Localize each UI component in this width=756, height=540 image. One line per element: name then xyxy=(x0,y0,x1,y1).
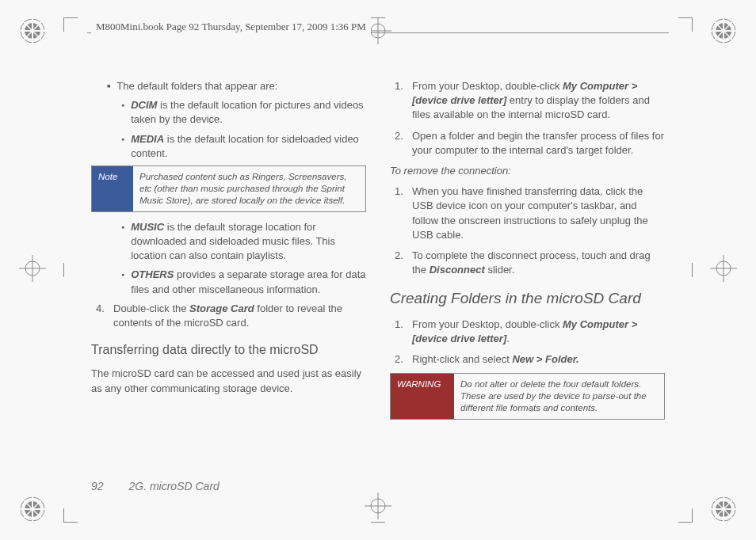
others-label: OTHERS xyxy=(131,268,174,280)
column-right: 1. From your Desktop, double-click My Co… xyxy=(390,79,665,477)
create-2-b: New > Folder. xyxy=(512,353,578,365)
step-1: 1. From your Desktop, double-click My Co… xyxy=(395,79,665,123)
warning-body: Do not alter or delete the four default … xyxy=(454,374,664,419)
media-text: is the default location for sideloaded v… xyxy=(131,133,359,159)
others-item: OTHERS provides a separate storage area … xyxy=(121,268,366,296)
remove-1-text: When you have finished transferring data… xyxy=(412,184,665,242)
step-2-text: Open a folder and begin the transfer pro… xyxy=(412,129,665,158)
document-header: M800Mini.book Page 92 Thursday, Septembe… xyxy=(91,21,371,33)
intro-bullet: The default folders that appear are: xyxy=(107,79,366,93)
create-1-number: 1. xyxy=(395,318,412,346)
create-1-a: From your Desktop, double-click xyxy=(412,318,563,330)
step-4-bold: Storage Card xyxy=(189,302,254,314)
heading-creating-folders: Creating Folders in the microSD Card xyxy=(390,288,665,310)
page-number: 92 xyxy=(91,480,104,492)
page-body: The default folders that appear are: DCI… xyxy=(91,79,665,477)
warning-box: WARNING Do not alter or delete the four … xyxy=(390,373,665,420)
remove-2-c: slider. xyxy=(485,264,515,276)
registration-mark-icon xyxy=(710,17,737,44)
remove-step-2: 2. To complete the disconnect process, t… xyxy=(395,249,665,277)
note-label: Note xyxy=(92,166,133,211)
dcim-item: DCIM is the default location for picture… xyxy=(121,98,366,127)
remove-2-number: 2. xyxy=(395,249,412,277)
registration-cross-icon xyxy=(19,255,46,285)
create-step-2: 2. Right-click and select New > Folder. xyxy=(395,352,665,367)
media-label: MEDIA xyxy=(131,133,164,145)
remove-heading: To remove the connection: xyxy=(390,164,665,178)
dcim-label: DCIM xyxy=(131,99,157,111)
registration-cross-icon xyxy=(710,255,737,285)
step-4-text-a: Double-click the xyxy=(113,302,189,314)
transfer-paragraph: The microSD card can be accessed and use… xyxy=(91,367,366,395)
intro-text: The default folders that appear are: xyxy=(116,79,277,93)
step-2: 2. Open a folder and begin the transfer … xyxy=(395,129,665,158)
step-4-number: 4. xyxy=(96,302,113,330)
note-box: Note Purchased content such as Ringers, … xyxy=(91,165,366,212)
section-label: 2G. microSD Card xyxy=(128,480,219,492)
media-item: MEDIA is the default location for sidelo… xyxy=(121,132,366,161)
step-2-number: 2. xyxy=(395,129,412,158)
step-1-number: 1. xyxy=(395,79,412,123)
create-2-number: 2. xyxy=(395,352,412,367)
music-label: MUSIC xyxy=(131,221,164,233)
note-body: Purchased content such as Ringers, Scree… xyxy=(133,166,365,211)
step-4: 4. Double-click the Storage Card folder … xyxy=(96,302,366,330)
remove-1-number: 1. xyxy=(395,184,412,242)
remove-step-1: 1. When you have finished transferring d… xyxy=(395,184,665,242)
step-1-a: From your Desktop, double-click xyxy=(412,80,563,92)
subheading-transfer: Transferring data directly to the microS… xyxy=(91,341,366,359)
music-item: MUSIC is the default storage location fo… xyxy=(121,220,366,264)
create-step-1: 1. From your Desktop, double-click My Co… xyxy=(395,318,665,346)
remove-2-b: Disconnect xyxy=(430,264,485,276)
page-footer: 92 2G. microSD Card xyxy=(91,480,220,492)
registration-mark-icon xyxy=(710,496,737,523)
create-2-a: Right-click and select xyxy=(412,353,512,365)
warning-label: WARNING xyxy=(391,374,454,419)
column-left: The default folders that appear are: DCI… xyxy=(91,79,366,477)
registration-mark-icon xyxy=(19,17,46,44)
dcim-text: is the default location for pictures and… xyxy=(131,99,363,125)
registration-mark-icon xyxy=(19,496,46,523)
create-1-c: . xyxy=(506,333,510,344)
